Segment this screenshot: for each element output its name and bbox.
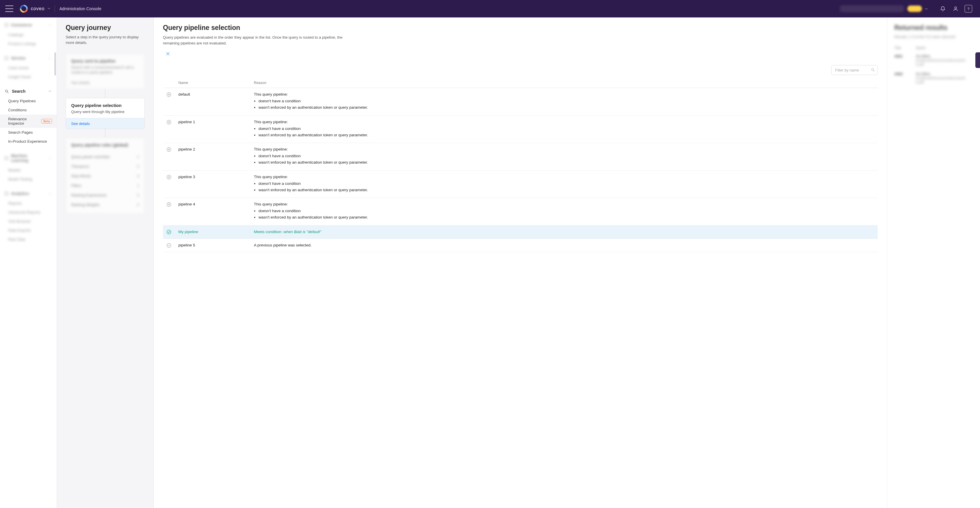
pipeline-row[interactable]: default This query pipeline: doesn't hav… — [163, 88, 878, 116]
reason-intro: This query pipeline: — [254, 175, 288, 179]
help-button[interactable]: ? — [962, 2, 975, 15]
reason-condition: when $tab is "default" — [283, 229, 321, 234]
rule-row[interactable]: Stop Words0 — [71, 171, 139, 181]
chevron-up-icon — [48, 89, 52, 93]
feedback-tab[interactable] — [975, 52, 980, 68]
result-name: GLOBAL — [916, 54, 931, 59]
sidebar-item[interactable]: Raw Data — [0, 235, 57, 244]
sidebar-item[interactable]: Reports — [0, 199, 57, 208]
rule-count: 0 — [137, 193, 139, 197]
sidebar-group-head[interactable]: Commerce — [0, 20, 57, 30]
results-column: Returned results Results 1–5 of 84,712 w… — [887, 18, 980, 508]
results-col-name: Name — [916, 46, 925, 50]
rule-row[interactable]: Ranking Expressions0 — [71, 190, 139, 200]
sidebar-item[interactable]: Insight Panel — [0, 72, 57, 81]
reason-intro: This query pipeline: — [254, 202, 288, 206]
sidebar-group-blurred: Analytics ReportsAdvanced ReportsVisit B… — [0, 186, 57, 246]
rule-row[interactable]: Thesaurus0 — [71, 162, 139, 171]
pipeline-name: pipeline 3 — [175, 170, 250, 198]
pipeline-reason: This query pipeline: doesn't have a cond… — [250, 143, 878, 170]
sidebar-item[interactable]: Relevance InspectorBeta — [0, 115, 57, 128]
sidebar-item[interactable]: Visit Browser — [0, 217, 57, 226]
pipeline-reason: This query pipeline: doesn't have a cond… — [250, 198, 878, 226]
sidebar-item-label: Query Pipelines — [8, 99, 36, 103]
notifications-button[interactable] — [936, 2, 949, 15]
result-row[interactable]: #001GLOBAL kropbendrehonsemediconwerk 0.… — [894, 54, 973, 67]
pipeline-name: default — [175, 88, 250, 116]
sidebar-group-title: Commerce — [11, 23, 32, 27]
pipeline-row[interactable]: pipeline 5 A previous pipeline was selec… — [163, 239, 878, 252]
sidebar-item[interactable]: In-Product Experience — [0, 137, 57, 146]
rule-row[interactable]: Query param overrides1 — [71, 152, 139, 162]
pipeline-reason: This query pipeline: doesn't have a cond… — [250, 115, 878, 143]
sidebar: Commerce CatalogsProduct Listings Servic… — [0, 18, 57, 508]
sidebar-item[interactable]: Search Pages — [0, 128, 57, 137]
detail-desc: Query pipelines are evaluated in the ord… — [163, 35, 349, 46]
pipeline-row[interactable]: pipeline 1 This query pipeline: doesn't … — [163, 115, 878, 143]
sidebar-item[interactable]: Case Assist — [0, 63, 57, 72]
org-switcher[interactable] — [840, 5, 904, 12]
result-name: GLOBAL — [916, 72, 931, 76]
pipeline-row[interactable]: pipeline 4 This query pipeline: doesn't … — [163, 198, 878, 226]
sidebar-item[interactable]: Query Pipelines — [0, 97, 57, 105]
journey-step-sent[interactable]: Query sent to pipeline Search with a /co… — [66, 54, 145, 89]
rule-count: 1 — [137, 154, 139, 159]
sidebar-item-label: Relevance Inspector — [8, 117, 39, 126]
status-reject-icon — [166, 175, 171, 180]
sidebar-item[interactable]: Advanced Reports — [0, 208, 57, 217]
sidebar-item[interactable]: Model Testing — [0, 175, 57, 184]
pipeline-row[interactable]: pipeline 3 This query pipeline: doesn't … — [163, 170, 878, 198]
sidebar-item[interactable]: Data Exports — [0, 226, 57, 235]
sidebar-item[interactable]: Catalogs — [0, 30, 57, 39]
pipeline-row[interactable]: pipeline 2 This query pipeline: doesn't … — [163, 143, 878, 170]
pipeline-row[interactable]: My pipeline Meets condition: when $tab i… — [163, 225, 878, 239]
user-button[interactable] — [949, 2, 962, 15]
sidebar-item-label: Conditions — [8, 108, 27, 112]
journey-step-selection[interactable]: Query pipeline selection Query went thro… — [66, 98, 145, 129]
sidebar-item[interactable]: Conditions — [0, 105, 57, 115]
rule-row[interactable]: Filters1 — [71, 181, 139, 190]
rule-label: Ranking Expressions — [71, 193, 107, 197]
chevron-down-icon — [48, 56, 52, 60]
reason-bullet: wasn't enforced by an authentication tok… — [259, 105, 874, 110]
rule-row[interactable]: Ranking Weights0 — [71, 200, 139, 210]
reason-bullet: doesn't have a condition — [259, 208, 874, 214]
chevron-down-icon — [48, 23, 52, 27]
sidebar-group-head-search[interactable]: Search — [0, 86, 57, 97]
reason-bullet: doesn't have a condition — [259, 98, 874, 104]
step-see-details-bar[interactable]: See details — [66, 118, 144, 129]
result-path: kropbendrehonsemediconwerk 0.pdf — [916, 76, 973, 84]
step-title: Query sent to pipeline — [71, 59, 139, 63]
results-col-title: Title — [894, 46, 909, 50]
see-details-link[interactable]: See details — [71, 121, 90, 126]
rule-count: 1 — [137, 183, 139, 188]
step-see-details[interactable]: See details — [71, 81, 139, 85]
rule-label: Ranking Weights — [71, 202, 100, 207]
status-reject-icon — [166, 147, 171, 152]
menu-toggle[interactable] — [5, 6, 13, 12]
pipeline-reason: Meets condition: when $tab is "default" — [250, 225, 878, 239]
pipeline-reason: This query pipeline: doesn't have a cond… — [250, 88, 878, 116]
sidebar-group-head[interactable]: Machine Learning — [0, 151, 57, 166]
reason-bullet: doesn't have a condition — [259, 126, 874, 132]
sidebar-group-title: Search — [12, 89, 25, 94]
sidebar-item-label: Search Pages — [8, 130, 33, 135]
reason-bullet: doesn't have a condition — [259, 153, 874, 159]
sidebar-item[interactable]: Product Listings — [0, 39, 57, 48]
reason-bullet: wasn't enforced by an authentication tok… — [259, 132, 874, 138]
pipeline-name: pipeline 4 — [175, 198, 250, 226]
sidebar-scrollbar[interactable] — [54, 52, 56, 76]
rule-label: Filters — [71, 183, 81, 188]
chevron-down-icon[interactable] — [924, 7, 928, 11]
sidebar-group-head[interactable]: Service — [0, 53, 57, 63]
close-icon[interactable] — [166, 51, 171, 56]
result-row[interactable]: #002GLOBAL kropbendrehonsemediconwerk 0.… — [894, 72, 973, 84]
journey-column: Query journey Select a step in the query… — [57, 18, 154, 508]
sidebar-item[interactable]: Models — [0, 166, 57, 175]
result-path: kropbendrehonsemediconwerk 0.pdf — [916, 59, 973, 67]
sidebar-group-head[interactable]: Analytics — [0, 188, 57, 199]
rule-count: 0 — [137, 174, 139, 178]
journey-desc: Select a step in the query journey to di… — [66, 35, 145, 46]
journey-step-rules[interactable]: Query pipeline rules (global) Query para… — [66, 138, 145, 214]
reason-text: A previous pipeline was selected. — [254, 243, 312, 247]
